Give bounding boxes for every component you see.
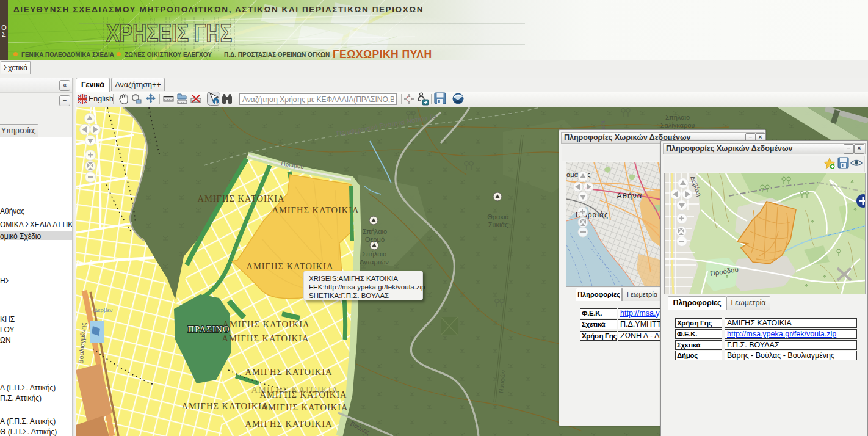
svg-text:ΑΜΙΓΗΣ ΚΑΤΟΙΚΙΑ: ΑΜΙΓΗΣ ΚΑΤΟΙΚΙΑ [272, 205, 359, 215]
svg-text:Σαλίγκαρου: Σαλίγκαρου [660, 122, 695, 129]
svg-text:Σπήλαιο: Σπήλαιο [362, 250, 386, 258]
svg-text:Δερβεν: Δερβεν [94, 307, 113, 313]
svg-text:ΑΜΙΓΗΣ ΚΑΤΟΙΚΙΑ: ΑΜΙΓΗΣ ΚΑΤΟΙΚΙΑ [261, 402, 348, 412]
svg-text:Σπήλαιο: Σπήλαιο [363, 228, 387, 235]
svg-text:i: i [215, 99, 217, 105]
svg-text:ΑΜΙΓΗΣ ΚΑΤΟΙΚΙΑ: ΑΜΙΓΗΣ ΚΑΤΟΙΚΙΑ [197, 194, 284, 203]
svg-text:αμα: αμα [566, 171, 579, 178]
svg-text:ΑΜΙΓΗΣ ΚΑΤΟΙΚΙΑ: ΑΜΙΓΗΣ ΚΑΤΟΙΚΙΑ [245, 419, 332, 429]
svg-text:Θερμό: Θερμό [365, 236, 385, 243]
svg-text:ΠΡΑΣΙΝΟ: ΠΡΑΣΙΝΟ [188, 324, 230, 334]
svg-text:ΑΜΙΓΗΣ ΚΑΤΟΙΚΙΑ: ΑΜΙΓΗΣ ΚΑΤΟΙΚΙΑ [181, 401, 269, 411]
svg-text:Ανταρτών: Ανταρτών [360, 258, 389, 266]
svg-text:Αθήνα: Αθήνα [617, 191, 642, 200]
svg-text:ΧΡΗΣΕΙΣ ΓΗΣ: ΧΡΗΣΕΙΣ ΓΗΣ [106, 20, 232, 46]
svg-text:Θρακιά: Θρακιά [487, 213, 509, 220]
svg-text:ΑΜΙΓΗΣ ΚΑΤΟΙΚΙΑ: ΑΜΙΓΗΣ ΚΑΤΟΙΚΙΑ [246, 261, 333, 271]
svg-text:ΑΜΙΓΗΣ ΚΑΤΟΙΚΙΑ: ΑΜΙΓΗΣ ΚΑΤΟΙΚΙΑ [259, 390, 347, 399]
svg-text:ΑΜΙΓΗΣ ΚΑΤΟΙΚΙΑ: ΑΜΙΓΗΣ ΚΑΤΟΙΚΙΑ [222, 333, 309, 343]
svg-text:ΑΜΙΓΗΣ ΚΑΤΟΙΚΙΑ: ΑΜΙΓΗΣ ΚΑΤΟΙΚΙΑ [222, 319, 309, 329]
svg-text:Συκιάς: Συκιάς [488, 221, 508, 228]
svg-text:Σπήλαιο: Σπήλαιο [665, 114, 690, 121]
svg-text:ΑΜΙΓΗΣ ΚΑΤΟΙΚΙΑ: ΑΜΙΓΗΣ ΚΑΤΟΙΚΙΑ [245, 367, 332, 377]
